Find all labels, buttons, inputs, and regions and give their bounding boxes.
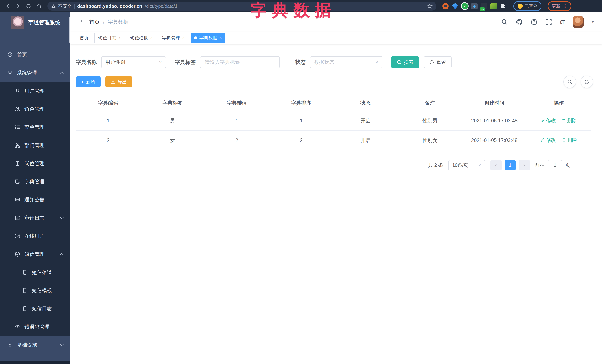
- sidebar-item-system[interactable]: 系统管理: [0, 64, 70, 82]
- cell-ops: 修改 删除: [527, 131, 591, 150]
- chevron-down-icon: ∨: [159, 60, 162, 64]
- sidebar-item-label: 短信模板: [32, 287, 52, 294]
- sidebar-item-sms-template[interactable]: 短信模板: [0, 281, 70, 300]
- sidebar-scrollbar[interactable]: [69, 17, 70, 42]
- prev-page-button[interactable]: ‹: [491, 160, 502, 170]
- sidebar-item-online-users[interactable]: 在线用户: [0, 227, 70, 245]
- github-icon[interactable]: [516, 19, 523, 25]
- export-button[interactable]: 导出: [105, 76, 132, 87]
- emoji-face-icon: [517, 3, 523, 9]
- close-icon[interactable]: ×: [182, 36, 185, 40]
- sidebar-item-dict[interactable]: 字典管理: [0, 173, 70, 191]
- add-button[interactable]: + 新增: [76, 76, 101, 87]
- sidebar-item-posts[interactable]: 岗位管理: [0, 154, 70, 173]
- sidebar-item-sms-channel[interactable]: 短信渠道: [0, 263, 70, 281]
- avatar-caret-icon[interactable]: ▾: [592, 20, 594, 24]
- sidebar-item-sms[interactable]: 短信管理: [0, 245, 70, 263]
- edit-link[interactable]: 修改: [540, 137, 556, 144]
- phone-icon: [22, 306, 27, 311]
- breadcrumb: 首页 / 字典数据: [89, 19, 129, 26]
- col-code: 字典编码: [76, 95, 140, 111]
- status-select[interactable]: 数据状态 ∨: [310, 56, 382, 68]
- show-search-button[interactable]: [563, 75, 576, 88]
- chevron-up-icon: [60, 72, 64, 74]
- extension-check-icon[interactable]: ✓: [462, 3, 468, 9]
- browser-home-icon[interactable]: [34, 1, 44, 11]
- monitor-icon: [7, 342, 13, 348]
- cell-remark: 性别女: [398, 131, 462, 150]
- browser-update-button[interactable]: 更新 ⋮: [548, 1, 571, 11]
- tabs-bar: 首页 短信日志 × 短信模板 × 字典管理 × 字典数据 ×: [70, 32, 602, 44]
- close-icon[interactable]: ×: [118, 36, 121, 40]
- edit-link[interactable]: 修改: [540, 117, 556, 124]
- close-icon[interactable]: ×: [219, 36, 222, 40]
- sidebar-item-infrastructure[interactable]: 基础设施: [0, 336, 70, 354]
- users-icon: [15, 106, 20, 112]
- sidebar-item-label: 错误码管理: [24, 323, 49, 330]
- sidebar-item-users[interactable]: 用户管理: [0, 82, 70, 100]
- tab-label: 短信日志: [98, 35, 116, 41]
- pencil-icon: [540, 138, 545, 142]
- sidebar-item-departments[interactable]: 部门管理: [0, 136, 70, 154]
- close-icon[interactable]: ×: [150, 36, 153, 40]
- fullscreen-icon[interactable]: [546, 19, 552, 25]
- page-size-select[interactable]: 10条/页 ∨: [448, 160, 485, 170]
- security-warning[interactable]: 不安全: [51, 3, 72, 9]
- dict-name-value: 用户性别: [105, 59, 125, 65]
- tab-dict-data[interactable]: 字典数据 ×: [191, 33, 226, 43]
- phone-icon: [22, 288, 27, 293]
- breadcrumb-home[interactable]: 首页: [89, 19, 100, 26]
- sidebar-item-roles[interactable]: 角色管理: [0, 100, 70, 118]
- shield-check-icon: [15, 252, 20, 257]
- page-1-button[interactable]: 1: [505, 160, 516, 170]
- collapse-sidebar-icon[interactable]: [76, 19, 83, 25]
- bookmark-star-icon[interactable]: [427, 3, 433, 9]
- tab-dict-manage[interactable]: 字典管理 ×: [159, 33, 188, 43]
- browser-back-icon[interactable]: [3, 1, 13, 11]
- chevron-down-icon: [60, 344, 64, 346]
- sidebar-item-notices[interactable]: 通知公告: [0, 191, 70, 209]
- extension-gem-icon[interactable]: [452, 3, 458, 9]
- logo-row[interactable]: 芋道管理系统: [0, 12, 70, 33]
- extensions-puzzle-icon[interactable]: [500, 3, 506, 9]
- dict-tag-input[interactable]: [204, 59, 276, 65]
- sidebar-item-menus[interactable]: 菜单管理: [0, 118, 70, 136]
- extension-leaf-icon[interactable]: [491, 3, 497, 9]
- extension-terminal-icon[interactable]: on: [481, 3, 487, 9]
- extension-orange-icon[interactable]: [442, 3, 449, 9]
- refresh-icon: [584, 79, 589, 84]
- goto-page-input[interactable]: [548, 160, 562, 170]
- browser-refresh-icon[interactable]: [24, 1, 33, 11]
- paused-extension-pill[interactable]: 已暂停: [514, 1, 541, 11]
- delete-link[interactable]: 删除: [562, 117, 577, 124]
- sidebar-item-label: 短信管理: [24, 251, 44, 258]
- browser-forward-icon[interactable]: [13, 1, 23, 11]
- search-icon[interactable]: [501, 19, 508, 25]
- delete-link[interactable]: 删除: [562, 137, 577, 144]
- font-size-icon[interactable]: tT: [560, 19, 564, 25]
- search-button[interactable]: 搜索: [391, 56, 419, 68]
- tab-sms-template[interactable]: 短信模板 ×: [127, 33, 156, 43]
- sidebar-item-label: 角色管理: [24, 106, 44, 112]
- extension-sliders-icon[interactable]: ◆: [471, 3, 478, 9]
- address-bar[interactable]: 不安全 dashboard.yudao.iocoder.cn/dict/type…: [47, 2, 436, 10]
- col-value: 字典键值: [205, 95, 269, 111]
- user-avatar[interactable]: [572, 16, 584, 28]
- sidebar-item-audit-log[interactable]: 审计日志: [0, 209, 70, 227]
- sidebar-item-home[interactable]: 首页: [0, 46, 70, 64]
- tab-home[interactable]: 首页: [76, 33, 92, 43]
- filter-form: 字典名称 用户性别 ∨ 字典标签 状态 数据状态 ∨: [76, 56, 595, 68]
- refresh-table-button[interactable]: [580, 75, 593, 88]
- reset-button[interactable]: 重置: [424, 56, 452, 68]
- tab-sms-log[interactable]: 短信日志 ×: [95, 33, 124, 43]
- next-page-button[interactable]: ›: [519, 160, 530, 170]
- dict-name-select[interactable]: 用户性别 ∨: [101, 56, 166, 68]
- sidebar-item-error-codes[interactable]: 错误码管理: [0, 318, 70, 336]
- cell-ops: 修改 删除: [527, 111, 591, 131]
- cell-label: 女: [140, 131, 205, 150]
- online-signal-icon: [15, 233, 20, 239]
- browser-menu-kebab-icon[interactable]: ⋮: [563, 4, 567, 9]
- help-icon[interactable]: [531, 19, 537, 25]
- search-button-label: 搜索: [404, 59, 413, 65]
- sidebar-item-sms-log[interactable]: 短信日志: [0, 300, 70, 318]
